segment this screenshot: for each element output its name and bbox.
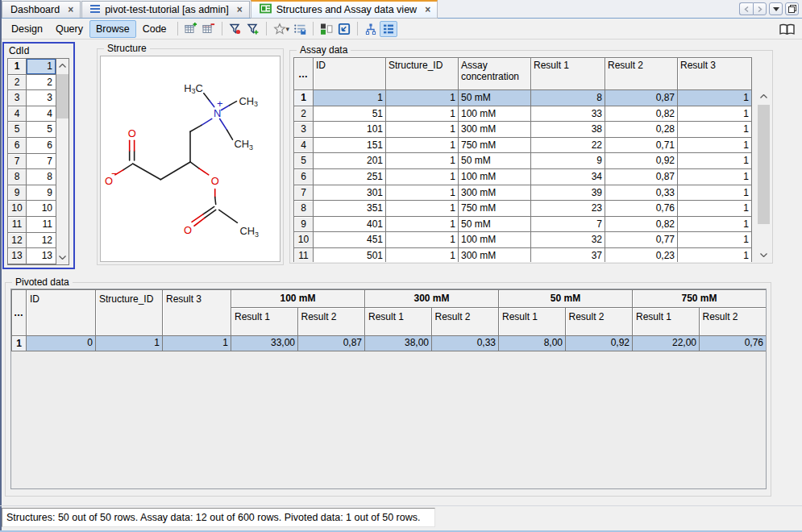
design-button[interactable]: Design: [5, 20, 49, 38]
cell-result1[interactable]: 33: [531, 106, 605, 123]
row-header[interactable]: 1: [12, 336, 27, 351]
scroll-up-icon[interactable]: [56, 59, 69, 73]
column-header-id[interactable]: ID: [27, 290, 96, 336]
cell-value[interactable]: 38,00: [365, 336, 432, 351]
column-header-result2[interactable]: Result 2: [605, 58, 678, 90]
group-header[interactable]: 50 mM: [499, 290, 632, 308]
row-header[interactable]: 4: [8, 106, 27, 123]
cell-result2[interactable]: 0,92: [605, 153, 678, 169]
cell-result3[interactable]: 1: [678, 90, 752, 106]
cell-result1[interactable]: 7: [531, 217, 605, 233]
scrollbar-thumb[interactable]: [758, 105, 770, 224]
cdid-row[interactable]: 2 2: [8, 75, 56, 91]
cell-assay-concentration[interactable]: 50 mM: [459, 217, 531, 233]
cdid-value-cell[interactable]: 3: [27, 90, 56, 106]
cdid-value-cell[interactable]: 8: [27, 169, 56, 185]
row-header[interactable]: 10: [294, 232, 314, 248]
scroll-tabs-left-button[interactable]: [739, 2, 753, 15]
row-header[interactable]: 3: [8, 90, 27, 106]
cell-result3[interactable]: 1: [678, 153, 752, 169]
cell-structure-id[interactable]: 1: [96, 336, 163, 351]
cell-id[interactable]: 51: [314, 106, 386, 123]
table-row[interactable]: 4 151 1 750 mM 22 0,71 1: [294, 138, 752, 154]
cell-result1[interactable]: 34: [531, 169, 605, 185]
cell-result1[interactable]: 39: [531, 185, 605, 202]
cell-structure-id[interactable]: 1: [386, 201, 459, 217]
row-header[interactable]: 1: [8, 59, 27, 75]
cell-result2[interactable]: 0,82: [605, 217, 678, 233]
row-header[interactable]: 2: [294, 106, 314, 123]
cell-result3[interactable]: 1: [678, 201, 752, 217]
row-header[interactable]: 10: [8, 201, 27, 217]
cell-id[interactable]: 151: [314, 138, 386, 154]
cell-assay-concentration[interactable]: 750 mM: [459, 138, 531, 154]
cell-result2[interactable]: 0,28: [605, 122, 678, 138]
row-header[interactable]: 12: [8, 233, 27, 249]
cell-result1[interactable]: 8: [531, 90, 605, 106]
cell-structure-id[interactable]: 1: [386, 169, 459, 185]
table-row[interactable]: 3 101 1 300 mM 38 0,28 1: [294, 122, 752, 138]
cell-assay-concentration[interactable]: 50 mM: [459, 90, 531, 106]
cell-value[interactable]: 0,87: [298, 336, 365, 351]
cell-result1[interactable]: 23: [531, 201, 605, 217]
cell-result3[interactable]: 1: [678, 232, 752, 248]
cdid-value-cell[interactable]: 2: [27, 75, 56, 91]
row-header[interactable]: 5: [294, 153, 314, 169]
cell-structure-id[interactable]: 1: [386, 185, 459, 202]
cdid-value-cell[interactable]: 6: [27, 138, 56, 154]
table-add-icon[interactable]: [182, 21, 200, 37]
table-row[interactable]: 5 201 1 50 mM 9 0,92 1: [294, 153, 752, 169]
cell-id[interactable]: 501: [314, 248, 386, 262]
sub-column-header[interactable]: Result 1: [499, 308, 566, 335]
restore-window-group-button[interactable]: [785, 2, 799, 15]
cdid-value-cell[interactable]: 4: [27, 106, 56, 123]
scroll-tabs-right-button[interactable]: [753, 2, 767, 15]
cell-value[interactable]: 22,00: [633, 336, 700, 351]
cell-id[interactable]: 101: [314, 122, 386, 138]
cell-result1[interactable]: 32: [531, 232, 605, 248]
row-header[interactable]: 7: [294, 185, 314, 202]
code-button[interactable]: Code: [136, 20, 173, 38]
cell-result2[interactable]: 0,76: [605, 201, 678, 217]
cell-result3[interactable]: 1: [678, 138, 752, 154]
sub-column-header[interactable]: Result 2: [298, 308, 365, 335]
cell-result1[interactable]: 9: [531, 153, 605, 169]
tab-pivot-test-tutorial[interactable]: pivot-test-tutorial [as admin] ×: [81, 1, 250, 18]
column-header-result3[interactable]: Result 3: [678, 58, 752, 90]
row-header[interactable]: 4: [294, 138, 314, 154]
sub-column-header[interactable]: Result 1: [365, 308, 432, 335]
cdid-row[interactable]: 10 10: [8, 201, 56, 217]
cell-structure-id[interactable]: 1: [386, 106, 459, 123]
tab-structures-assay-view[interactable]: Structures and Assay data view ×: [251, 0, 438, 19]
cell-result3[interactable]: 1: [163, 336, 231, 351]
cdid-value-cell[interactable]: 10: [27, 201, 56, 217]
table-options-button[interactable]: …: [12, 290, 27, 336]
browse-button[interactable]: Browse: [89, 20, 136, 38]
cell-result3[interactable]: 1: [678, 122, 752, 138]
cell-structure-id[interactable]: 1: [386, 232, 459, 248]
cdid-row[interactable]: 11 11: [8, 217, 56, 233]
scroll-up-icon[interactable]: [758, 89, 770, 103]
cdid-value-cell[interactable]: 12: [27, 233, 56, 249]
group-header[interactable]: 750 mM: [633, 290, 766, 308]
close-icon[interactable]: ×: [237, 6, 243, 14]
widgets-icon[interactable]: [318, 21, 335, 37]
cell-value[interactable]: 33,00: [231, 336, 298, 351]
cdid-row[interactable]: 4 4: [8, 106, 56, 123]
cell-id[interactable]: 401: [314, 217, 386, 233]
book-icon[interactable]: [778, 21, 796, 37]
filter-add-icon[interactable]: [244, 21, 262, 37]
cell-result2[interactable]: 0,77: [605, 232, 678, 248]
column-header-result1[interactable]: Result 1: [531, 58, 605, 90]
cell-assay-concentration[interactable]: 100 mM: [459, 232, 531, 248]
sub-column-header[interactable]: Result 2: [566, 308, 633, 335]
cell-result3[interactable]: 1: [678, 217, 752, 233]
row-header[interactable]: 11: [8, 217, 27, 233]
cell-structure-id[interactable]: 1: [386, 90, 459, 106]
table-row[interactable]: 2 51 1 100 mM 33 0,82 1: [294, 106, 752, 123]
cell-result1[interactable]: 38: [531, 122, 605, 138]
scrollbar-track[interactable]: [56, 73, 69, 251]
cdid-value-cell[interactable]: 7: [27, 154, 56, 170]
scrollbar-track[interactable]: [758, 103, 770, 248]
table-remove-icon[interactable]: [200, 21, 218, 37]
